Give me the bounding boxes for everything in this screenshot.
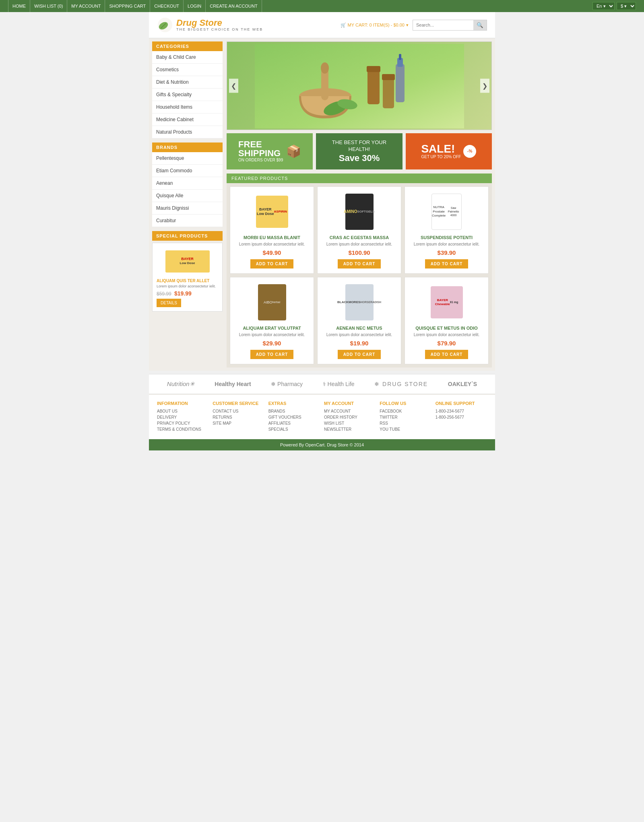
footer-links: INFORMATION ABOUT US DELIVERY PRIVACY PO… bbox=[149, 394, 495, 439]
brand-4[interactable]: Quisque Alle bbox=[152, 190, 223, 202]
footer-link-about[interactable]: ABOUT US bbox=[157, 409, 208, 413]
currency-selector[interactable]: $ ▾ bbox=[617, 2, 636, 10]
product-title-6[interactable]: QUISQUE ET METUS IN ODIO bbox=[410, 326, 483, 330]
special-product-desc: Lorem ipsum dolor aconsectetur ielit. bbox=[157, 284, 218, 288]
product-price-4: $29.90 bbox=[235, 340, 309, 347]
footer-link-sitemap[interactable]: SITE MAP bbox=[213, 421, 264, 425]
nav-cart[interactable]: SHOPPING CART bbox=[105, 0, 150, 12]
footer-link-giftvouchers[interactable]: GIFT VOUCHERS bbox=[268, 415, 320, 419]
footer-phone-2: 1-800-256-5677 bbox=[436, 415, 487, 419]
category-gifts[interactable]: Gifts & Specialty bbox=[152, 89, 223, 101]
product-img-placeholder-4: AIBOherbal bbox=[258, 284, 286, 320]
brand-logo-4: ⚕ Health Life bbox=[323, 381, 355, 387]
product-title-2[interactable]: CRAS AC EGESTAS MASSA bbox=[322, 235, 396, 240]
brand-logo-2: Healthy Heart bbox=[215, 381, 251, 387]
footer-link-returns[interactable]: RETURNS bbox=[213, 415, 264, 419]
add-to-cart-2[interactable]: ADD TO CART bbox=[338, 259, 381, 268]
brand-logo-5: ❄ DRUG STORE bbox=[374, 381, 428, 387]
promo-free-shipping: FREESHIPPING ON ORDERS OVER $99 📦 bbox=[227, 133, 313, 169]
footer-link-specials[interactable]: SPECIALS bbox=[268, 427, 320, 432]
category-household[interactable]: Household Items bbox=[152, 101, 223, 114]
add-to-cart-6[interactable]: ADD TO CART bbox=[425, 350, 469, 359]
add-to-cart-1[interactable]: ADD TO CART bbox=[250, 259, 294, 268]
special-old-price: $59.99 bbox=[157, 291, 171, 297]
footer-col-customer-service: CUSTOMER SERVICE CONTACT US RETURNS SITE… bbox=[213, 401, 264, 433]
brand-6[interactable]: Curabitur bbox=[152, 215, 223, 227]
sidebar: CATEGORIES Baby & Child Care Cosmetics D… bbox=[152, 41, 223, 368]
main-container: CATEGORIES Baby & Child Care Cosmetics D… bbox=[149, 38, 495, 371]
category-medicine[interactable]: Medicine Cabinet bbox=[152, 114, 223, 126]
product-title-1[interactable]: MORBI EU MASSA BLANIT bbox=[235, 235, 309, 240]
product-price-6: $79.90 bbox=[410, 340, 483, 347]
promo-health-sub: Save 30% bbox=[322, 153, 396, 163]
footer-link-rss[interactable]: RSS bbox=[380, 421, 431, 425]
footer-link-youtube[interactable]: YOU TUBE bbox=[380, 427, 431, 432]
box-icon: 📦 bbox=[286, 144, 301, 158]
footer-col-myaccount: MY ACCOUNT MY ACCOUNT ORDER HISTORY WISH… bbox=[324, 401, 376, 433]
footer-link-facebook[interactable]: FACEBOOK bbox=[380, 409, 431, 413]
footer-link-delivery[interactable]: DELIVERY bbox=[157, 415, 208, 419]
banner-prev-button[interactable]: ❮ bbox=[229, 79, 238, 93]
footer-link-contact[interactable]: CONTACT US bbox=[213, 409, 264, 413]
footer-bottom: Powered By OpenCart. Drug Store © 2014 bbox=[149, 439, 495, 450]
brand-1[interactable]: Pellentesque bbox=[152, 152, 223, 165]
brand-5[interactable]: Mauris Dignissi bbox=[152, 202, 223, 215]
footer-link-newsletter[interactable]: NEWSLETTER bbox=[324, 427, 376, 432]
product-desc-3: Lorem ipsum dolor aconsectetur ielit. bbox=[410, 242, 483, 247]
nav-login[interactable]: LOGIN bbox=[184, 0, 206, 12]
brand-logo-6: OAKLEY`S bbox=[448, 381, 477, 387]
nav-wishlist[interactable]: WISH LIST (0) bbox=[30, 0, 67, 12]
search-input[interactable] bbox=[413, 20, 473, 30]
special-new-price: $19.99 bbox=[174, 290, 192, 297]
product-image-6: BAYERChewable81 mg bbox=[410, 282, 483, 322]
product-card-1: BAYERLow DoseASPIRIN MORBI EU MASSA BLAN… bbox=[230, 186, 314, 274]
nav-myaccount[interactable]: MY ACCOUNT bbox=[67, 0, 105, 12]
add-to-cart-4[interactable]: ADD TO CART bbox=[250, 350, 294, 359]
product-img-placeholder-1: BAYERLow DoseASPIRIN bbox=[256, 196, 288, 228]
cart-button[interactable]: 🛒 MY CART: 0 ITEM(S) - $0.00 ▾ bbox=[341, 23, 409, 28]
promo-sale: SALE! GET UP TO 20% OFF -% bbox=[406, 133, 492, 169]
search-button[interactable]: 🔍 bbox=[473, 20, 487, 30]
product-title-3[interactable]: SUSPENDISSE POTENTI bbox=[410, 235, 483, 240]
special-product-title: ALIQUAM QUIS TER ALLET bbox=[157, 279, 218, 283]
brand-2[interactable]: Etiam Commodo bbox=[152, 165, 223, 177]
add-to-cart-5[interactable]: ADD TO CART bbox=[338, 350, 381, 359]
brands-section: BRANDS Pellentesque Etiam Commodo Aenean… bbox=[152, 143, 223, 227]
details-button[interactable]: DETAILS bbox=[157, 299, 181, 307]
footer-link-orderhistory[interactable]: ORDER HISTORY bbox=[324, 415, 376, 419]
content-row: CATEGORIES Baby & Child Care Cosmetics D… bbox=[152, 41, 492, 368]
footer-link-terms[interactable]: TERMS & CONDITIONS bbox=[157, 427, 208, 432]
category-natural[interactable]: Natural Products bbox=[152, 126, 223, 138]
brand-3[interactable]: Aenean bbox=[152, 177, 223, 190]
nav-checkout[interactable]: CHECKOUT bbox=[150, 0, 184, 12]
language-selector[interactable]: En ▾ bbox=[592, 2, 615, 10]
footer-link-privacy[interactable]: PRIVACY POLICY bbox=[157, 421, 208, 425]
product-title-4[interactable]: ALIQUAM ERAT VOLUTPAT bbox=[235, 326, 309, 330]
banner-image bbox=[227, 42, 491, 130]
header: Drug Store THE BIGGEST CHOICE ON THE WEB… bbox=[149, 12, 495, 38]
footer-link-account[interactable]: MY ACCOUNT bbox=[324, 409, 376, 413]
cart-dropdown-icon: ▾ bbox=[406, 23, 409, 28]
product-card-4: AIBOherbal ALIQUAM ERAT VOLUTPAT Lorem i… bbox=[230, 277, 314, 364]
svg-rect-10 bbox=[382, 74, 395, 80]
footer-link-affiliates[interactable]: AFFILIATES bbox=[268, 421, 320, 425]
svg-point-6 bbox=[321, 62, 329, 74]
nav-create-account[interactable]: CREATE AN ACCOUNT bbox=[206, 0, 262, 12]
nav-home[interactable]: HOME bbox=[8, 0, 30, 12]
product-title-5[interactable]: AENEAN NEC METUS bbox=[322, 326, 396, 330]
footer-link-twitter[interactable]: TWITTER bbox=[380, 415, 431, 419]
svg-rect-8 bbox=[367, 66, 380, 72]
footer-link-wishlist[interactable]: WISH LIST bbox=[324, 421, 376, 425]
product-card-3: NUTRAProstateCompleteSaw Palmetto 4000 S… bbox=[405, 186, 489, 274]
logo[interactable]: Drug Store THE BIGGEST CHOICE ON THE WEB bbox=[157, 17, 263, 33]
product-image-5: BLACKMORESHORSERADISH bbox=[322, 282, 396, 322]
footer-col-extras: EXTRAS BRANDS GIFT VOUCHERS AFFILIATES S… bbox=[268, 401, 320, 433]
special-product-card: BAYERLow Dose ALIQUAM QUIS TER ALLET Lor… bbox=[152, 243, 223, 312]
category-diet[interactable]: Diet & Nutrition bbox=[152, 76, 223, 89]
category-cosmetics[interactable]: Cosmetics bbox=[152, 64, 223, 76]
footer-link-brands[interactable]: BRANDS bbox=[268, 409, 320, 413]
banner-next-button[interactable]: ❯ bbox=[480, 79, 489, 93]
category-baby[interactable]: Baby & Child Care bbox=[152, 51, 223, 64]
add-to-cart-3[interactable]: ADD TO CART bbox=[425, 259, 469, 268]
promo-free-title: FREESHIPPING bbox=[238, 140, 283, 158]
